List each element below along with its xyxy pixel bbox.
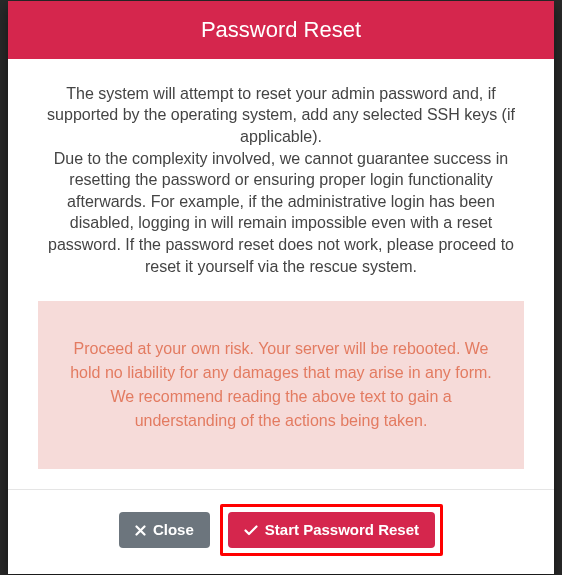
start-password-reset-label: Start Password Reset	[265, 521, 419, 539]
close-icon	[135, 525, 146, 536]
modal-header: Password Reset	[8, 1, 554, 59]
modal-footer: Close Start Password Reset	[8, 489, 554, 574]
info-paragraph-1: The system will attempt to reset your ad…	[38, 83, 524, 148]
start-password-reset-button[interactable]: Start Password Reset	[228, 512, 435, 548]
modal-body: The system will attempt to reset your ad…	[8, 59, 554, 489]
check-icon	[244, 525, 258, 536]
password-reset-modal: Password Reset The system will attempt t…	[8, 1, 554, 574]
modal-title: Password Reset	[201, 17, 361, 42]
info-text: The system will attempt to reset your ad…	[38, 83, 524, 277]
highlight-box: Start Password Reset	[220, 504, 443, 556]
close-button-label: Close	[153, 521, 194, 539]
info-paragraph-2: Due to the complexity involved, we canno…	[38, 148, 524, 278]
warning-text: Proceed at your own risk. Your server wi…	[70, 340, 492, 429]
warning-box: Proceed at your own risk. Your server wi…	[38, 301, 524, 469]
close-button[interactable]: Close	[119, 512, 210, 548]
